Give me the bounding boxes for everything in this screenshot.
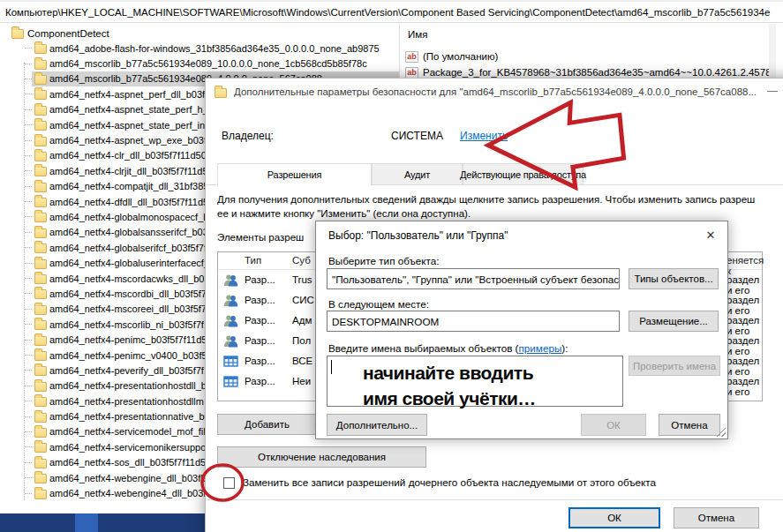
folder-icon <box>34 167 47 176</box>
permission-subject: Trus <box>292 274 312 285</box>
tab-effective-access[interactable]: Действующие права доступа <box>463 163 583 185</box>
tab-permissions[interactable]: Разрешения <box>217 163 372 186</box>
permission-subject: СИС <box>292 295 314 305</box>
folder-icon <box>34 366 47 376</box>
folder-icon <box>34 351 47 361</box>
tree-item[interactable]: amd64_adobe-flash-for-windows_31bf3856ad… <box>0 41 399 56</box>
tree-item-label: amd64_netfx4-globaluserinterfacecf_ <box>49 258 209 268</box>
folder-icon <box>34 336 47 346</box>
security-dialog-title-bar[interactable]: Дополнительные параметры безопасности дл… <box>206 79 783 105</box>
select-user-group-dialog: Выбор: "Пользователь" или "Группа" ✕ Выб… <box>315 221 728 439</box>
text-cursor <box>331 360 332 374</box>
tree-item-label: amd64_netfx4-aspnet_wp_exe_b03f5f <box>49 135 215 146</box>
registry-address-bar[interactable]: Компьютер\HKEY_LOCAL_MACHINE\SOFTWARE\Mi… <box>0 0 783 23</box>
folder-icon <box>34 474 47 483</box>
examples-link[interactable]: примеры <box>518 342 561 354</box>
permission-type: Разр... <box>245 274 275 285</box>
check-names-button[interactable]: Проверить имена <box>629 356 720 376</box>
column-type[interactable]: Тип <box>245 255 261 266</box>
location-field[interactable]: DESKTOPMAINROOM <box>327 311 620 332</box>
security-cancel-button[interactable]: Отмена <box>674 507 759 528</box>
add-button[interactable]: Добавить <box>217 414 317 435</box>
tree-item-label: amd64_netfx4-clr_dll_b03f5f7f11d50a <box>49 150 212 161</box>
object-type-label: Выберите тип объекта: <box>328 255 440 266</box>
close-icon[interactable]: ✕ <box>701 228 720 244</box>
folder-icon <box>34 183 47 192</box>
location-label: В следующем месте: <box>328 298 429 310</box>
object-type-field[interactable]: "Пользователь", "Группа" или "Встроенный… <box>327 268 620 289</box>
tree-item-label: amd64_netfx4-mscoreei_dll_b03f5f7f <box>49 303 209 314</box>
security-ok-button[interactable]: ОК <box>568 507 660 528</box>
tree-item[interactable]: amd64_mscorlib_b77a5c561934e089_10.0.0.0… <box>0 56 399 71</box>
tree-item-label: amd64_netfx4-mscordacwks_dll_b03 <box>49 273 210 284</box>
replace-permissions-checkbox[interactable] <box>223 477 235 489</box>
owner-label: Владелец: <box>222 130 274 142</box>
tree-item-label: amd64_adobe-flash-for-windows_31bf3856ad… <box>49 43 380 54</box>
tree-item-label: amd64_netfx4-aspnet_state_perf_ini_ <box>49 120 213 131</box>
enter-names-label-suffix: ): <box>561 342 568 354</box>
folder-icon <box>34 305 47 315</box>
annotation-line2: имя своей учётки… <box>363 386 536 411</box>
permission-subject: ВСЕ <box>292 356 312 366</box>
app-package-icon <box>223 355 238 368</box>
location-value: DESKTOPMAINROOM <box>332 316 439 327</box>
folder-icon <box>34 90 47 100</box>
registry-value-row[interactable]: ab (По умолчанию) <box>400 49 776 64</box>
folder-icon <box>34 289 47 299</box>
tree-root-item[interactable]: ComponentDetect <box>0 26 109 41</box>
folder-icon <box>34 320 47 330</box>
folder-icon <box>34 382 47 392</box>
folder-icon <box>11 29 24 39</box>
string-value-icon: ab <box>405 51 418 63</box>
tree-item-label: amd64_netfx4-globalmonospacecf_b <box>49 212 208 222</box>
folder-icon <box>215 88 227 98</box>
select-ok-button[interactable]: ОК <box>581 414 646 436</box>
users-icon <box>223 273 238 287</box>
tree-item-label: amd64_netfx4-peverify_dll_b03f5f7f1 <box>49 365 209 376</box>
folder-icon <box>34 75 47 85</box>
column-subject[interactable]: Суб <box>292 255 311 266</box>
object-names-input[interactable]: начинайте вводить имя своей учётки… <box>327 356 623 407</box>
security-dialog-title: Дополнительные параметры безопасности дл… <box>234 86 757 97</box>
registry-value-name: Package_3_for_KB4578968~31bf3856ad364e35… <box>423 67 776 78</box>
tree-item-label: amd64_netfx4-globalsansserifcf_b03f <box>49 227 211 237</box>
object-types-button[interactable]: Типы объектов... <box>629 268 719 289</box>
tree-item-label: amd64_netfx4-penimc_b03f5f7f11d5 <box>49 334 207 345</box>
folder-icon <box>34 274 47 284</box>
permission-type: Разр... <box>245 356 275 366</box>
annotation-line1: начинайте вводить <box>363 360 536 386</box>
change-owner-link[interactable]: Изменить <box>460 130 508 142</box>
folder-icon <box>34 121 47 131</box>
locations-button[interactable]: Размещение... <box>629 311 719 332</box>
registry-value-name: (По умолчанию) <box>423 51 498 62</box>
tree-item-label: amd64_netfx4-webengine_dll_b03f5f <box>49 473 208 483</box>
permission-type: Разр... <box>245 335 275 346</box>
tree-item-label: amd64_netfx4-presentationhostdllm <box>49 396 204 407</box>
permission-applies-to: раздел и его <box>727 376 762 397</box>
folder-icon <box>34 459 47 468</box>
tree-item-label: amd64_netfx4-mscorlib_ni_b03f5f7f1 <box>49 319 209 330</box>
tree-item-label: amd64_netfx4-aspnet_state_perf_h_b <box>49 104 214 115</box>
tree-item-label: amd64_netfx4-compatjit_dll_31bf385 <box>49 181 208 191</box>
disable-inheritance-button[interactable]: Отключение наследования <box>217 446 426 468</box>
dialog-footer-divider <box>206 499 783 500</box>
tab-audit[interactable]: Аудит <box>372 163 463 185</box>
tree-item-label: amd64_netfx4-dfdll_dll_b03f5f7f11d5 <box>49 197 208 207</box>
values-column-header-name[interactable]: Имя <box>408 29 427 40</box>
taskbar-app-button[interactable] <box>75 513 98 532</box>
tree-item-label: amd64_netfx4-presentationhostdll_b <box>49 380 207 391</box>
minimize-icon[interactable] <box>767 91 778 92</box>
folder-icon <box>34 152 47 161</box>
advanced-button[interactable]: Дополнительно... <box>327 414 427 436</box>
users-icon <box>223 294 238 307</box>
tree-item-label: amd64_netfx4-servicemodel_mof_fil <box>49 426 206 437</box>
folder-icon <box>34 413 47 423</box>
folder-icon <box>34 213 47 222</box>
permissions-description-line1: Для получения дополнительных сведений дв… <box>217 194 783 205</box>
select-cancel-button[interactable]: Отмена <box>659 414 720 436</box>
tree-item-label: amd64_netfx4-mscordbi_dll_b03f5f7f <box>49 288 209 299</box>
users-icon <box>223 334 238 348</box>
permission-type: Разр... <box>245 315 275 326</box>
string-value-icon: ab <box>405 67 418 79</box>
folder-icon <box>34 44 47 54</box>
